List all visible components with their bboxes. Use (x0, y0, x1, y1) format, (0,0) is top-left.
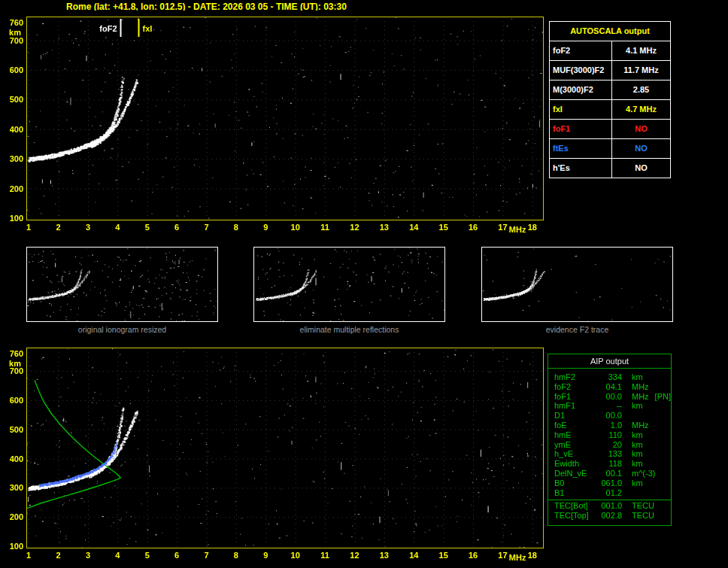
main-ionogram-plot (0, 11, 549, 236)
aip-av: 01.2 (599, 488, 622, 498)
aip-tec-rows: TEC[Bot]001.0TECUTEC[Top]002.8TECU (548, 501, 671, 521)
divider (548, 368, 671, 369)
aip-ap: TEC[Top] (554, 511, 599, 521)
aip-row-foF1: foF100.0MHz[PN] (548, 392, 671, 402)
thumbnail-evidence-f2-trace (481, 247, 673, 322)
aip-au: km (632, 430, 643, 440)
aip-ap: hmF1 (554, 401, 599, 411)
aip-au: TECU (632, 501, 654, 511)
aip-ap: B0 (554, 478, 599, 488)
aip-row-TEC[Bot]: TEC[Bot]001.0TECU (548, 501, 671, 511)
param-label: M(3000)F2 (550, 80, 612, 99)
aip-au: MHz (632, 382, 649, 392)
table-row-ftes: ftEs NO (550, 139, 670, 159)
aip-au: km (632, 440, 643, 450)
aip-row-hmF2: hmF2334km (548, 372, 671, 382)
aip-av: 1.0 (599, 421, 622, 430)
param-value: 2.85 (612, 80, 670, 99)
aip-row-D1: D100.0 (548, 411, 671, 421)
aip-ap: B1 (554, 488, 599, 498)
table-row-muf3000: MUF(3000)F2 11.7 MHz (550, 61, 670, 80)
table-row-hes: h'Es NO (550, 159, 670, 178)
aip-au: km (632, 401, 643, 411)
aip-av: -- (599, 401, 622, 411)
aip-ap: foF2 (554, 382, 599, 392)
aip-au: MHz (632, 421, 649, 430)
aip-av: 00.1 (599, 469, 622, 478)
thumbnail-caption: eliminate multiple reflections (253, 325, 445, 334)
thumbnail-caption: original ionogram resized (26, 325, 218, 334)
aip-av: 20 (599, 440, 622, 450)
aip-av: 061.0 (599, 478, 622, 488)
param-value: 11.7 MHz (612, 61, 670, 80)
aip-ap: hmE (554, 430, 599, 440)
aip-ap: foF1 (554, 392, 599, 402)
param-label: fxI (550, 100, 612, 119)
aip-row-TEC[Top]: TEC[Top]002.8TECU (548, 511, 671, 521)
table-row-m3000: M(3000)F2 2.85 (550, 80, 670, 100)
table-row-fxi: fxI 4.7 MHz (550, 100, 670, 120)
aip-rows: hmF2334kmfoF204.1MHzfoF100.0MHz[PN]hmF1-… (548, 369, 671, 497)
param-value: 4.1 MHz (612, 41, 670, 60)
autoscala-output-table: AUTOSCALA output foF2 4.1 MHz MUF(3000)F… (549, 21, 671, 178)
aip-ap: TEC[Bot] (554, 501, 599, 511)
param-label: foF1 (550, 120, 612, 138)
aip-av: 110 (599, 430, 622, 440)
thumbnail-original-ionogram (26, 247, 218, 322)
aip-ap: DelN_vE (554, 469, 599, 478)
aip-row-foE: foE1.0MHz (548, 421, 671, 430)
aip-au: TECU (632, 511, 654, 521)
aip-row-hmE: hmE110km (548, 430, 671, 440)
aip-row-foF2: foF204.1MHz (548, 382, 671, 392)
aip-av: 00.0 (599, 411, 622, 421)
aip-row-hmF1: hmF1--km (548, 401, 671, 411)
aip-av: 001.0 (599, 501, 622, 511)
param-value: 4.7 MHz (612, 100, 670, 119)
aip-output-panel: AIP output hmF2334kmfoF204.1MHzfoF100.0M… (548, 354, 672, 526)
aip-au: m^(-3) (632, 469, 655, 478)
aip-au: km (632, 478, 643, 488)
aip-ax: [PN] (655, 392, 671, 402)
aip-ap: Ewidth (554, 459, 599, 469)
thumbnail-eliminate-reflections (253, 247, 445, 322)
aip-au: MHz (632, 392, 649, 402)
aip-av: 04.1 (599, 382, 622, 392)
aip-ap: hmF2 (554, 372, 599, 382)
aip-row-B1: B101.2 (548, 488, 671, 498)
aip-row-DelN_vE: DelN_vE00.1m^(-3) (548, 469, 671, 478)
table-row-fof2: foF2 4.1 MHz (550, 41, 670, 61)
thumbnail-caption: evidence F2 trace (481, 325, 673, 334)
aip-ionogram-plot (0, 342, 549, 568)
param-label: foF2 (550, 41, 612, 60)
table-row-fof1: foF1 NO (550, 120, 670, 139)
aip-au: km (632, 449, 643, 459)
aip-ap: D1 (554, 411, 599, 421)
aip-av: 133 (599, 449, 622, 459)
aip-av: 334 (599, 372, 622, 382)
aip-row-h_vE: h_vE133km (548, 449, 671, 459)
aip-ap: ymE (554, 440, 599, 450)
param-label: h'Es (550, 159, 612, 178)
divider (548, 500, 671, 500)
aip-row-ymE: ymE20km (548, 440, 671, 450)
param-label: ftEs (550, 139, 612, 158)
aip-av: 002.8 (599, 511, 622, 521)
aip-panel-title: AIP output (548, 354, 671, 367)
autoscala-table-title: AUTOSCALA output (550, 22, 670, 41)
param-label: MUF(3000)F2 (550, 61, 612, 80)
param-value: NO (612, 139, 670, 158)
aip-av: 00.0 (599, 392, 622, 402)
param-value: NO (612, 120, 670, 138)
param-value: NO (612, 159, 670, 178)
aip-row-B0: B0061.0km (548, 478, 671, 488)
aip-av: 118 (599, 459, 622, 469)
aip-au: km (632, 459, 643, 469)
aip-ap: foE (554, 421, 599, 430)
aip-au: km (632, 372, 643, 382)
aip-ap: h_vE (554, 449, 599, 459)
aip-row-Ewidth: Ewidth118km (548, 459, 671, 469)
